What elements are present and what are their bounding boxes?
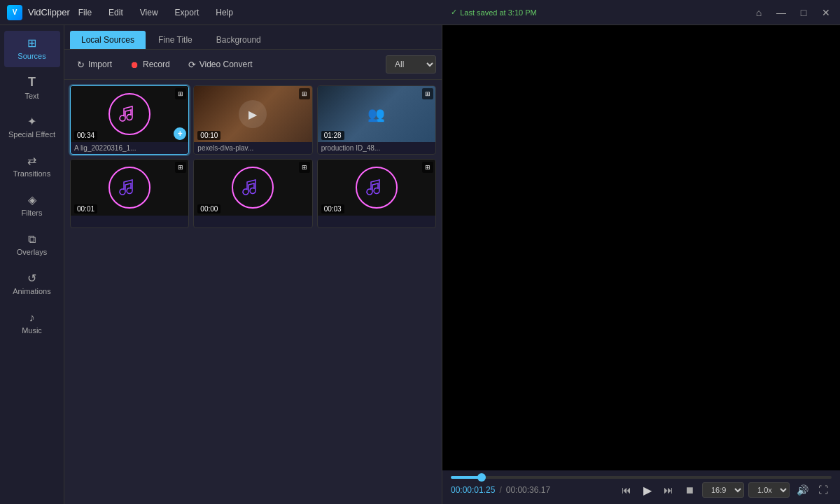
scrubber-handle[interactable] — [477, 473, 486, 482]
import-button[interactable]: ↻ Import — [70, 56, 119, 74]
preview-panel: 00:00:01.25 / 00:00:36.17 ⏮ ▶ ⏭ ⏹ 16:9 9… — [442, 25, 840, 504]
tab-fine-title[interactable]: Fine Title — [147, 31, 204, 49]
content-panel: Local Sources Fine Title Background ↻ Im… — [64, 25, 442, 504]
action-bar: ↻ Import ⏺ Record ⟳ Video Convert All Vi… — [64, 50, 442, 80]
convert-icon: ⟳ — [188, 59, 196, 70]
menu-file[interactable]: File — [76, 6, 94, 19]
media-type-icon-1: ⊞ — [175, 88, 186, 99]
tab-local-sources[interactable]: Local Sources — [70, 31, 146, 49]
scrubber-bar[interactable] — [451, 476, 832, 479]
media-item-4[interactable]: 00:01 ⊞ — [70, 159, 189, 228]
controls-row: 00:00:01.25 / 00:00:36.17 ⏮ ▶ ⏭ ⏹ 16:9 9… — [451, 482, 832, 498]
sidebar-item-text[interactable]: T Text — [4, 70, 60, 106]
media-item-1[interactable]: 00:34 ⊞ + A lig_20220316_1... — [70, 85, 189, 155]
time-separator: / — [499, 485, 501, 495]
sidebar-item-special-effect[interactable]: ✦ Special Effect — [4, 109, 60, 146]
media-type-icon-4: ⊞ — [175, 162, 186, 173]
speed-select[interactable]: 1.0x 0.5x 1.5x 2.0x — [748, 482, 790, 498]
media-grid: 00:34 ⊞ + A lig_20220316_1... ▶ 00:10 ⊞ … — [64, 80, 442, 504]
media-label-1: A lig_20220316_1... — [71, 142, 188, 154]
media-label-4 — [71, 216, 188, 227]
sidebar-label-overlays: Overlays — [17, 248, 47, 257]
aspect-ratio-select[interactable]: 16:9 9:16 1:1 4:3 — [702, 482, 744, 498]
time-current: 00:00:01.25 — [451, 485, 495, 495]
record-label: Record — [143, 59, 170, 69]
sidebar-item-animations[interactable]: ↺ Animations — [4, 266, 60, 302]
special-effect-icon: ✦ — [27, 115, 36, 128]
titlebar-left: V VidClipper File Edit View Export Help — [7, 5, 236, 20]
animations-icon: ↺ — [27, 272, 36, 285]
import-icon: ↻ — [77, 59, 85, 70]
media-item-5[interactable]: 00:00 ⊞ — [193, 159, 312, 228]
sidebar-item-transitions[interactable]: ⇄ Transitions — [4, 148, 60, 185]
menu-help[interactable]: Help — [213, 6, 236, 19]
media-item-6[interactable]: 00:03 ⊞ — [317, 159, 436, 228]
title-bar: V VidClipper File Edit View Export Help … — [0, 0, 840, 25]
stop-button[interactable]: ⏹ — [681, 482, 698, 498]
text-icon: T — [28, 75, 36, 90]
overlays-icon: ⧉ — [28, 233, 36, 246]
sidebar-label-transitions: Transitions — [13, 169, 50, 178]
media-filter-select[interactable]: All Video Audio Image — [386, 55, 436, 74]
source-tabs: Local Sources Fine Title Background — [64, 25, 442, 50]
music-icon: ♪ — [29, 312, 35, 324]
record-icon: ⏺ — [130, 59, 139, 70]
sidebar: ⊞ Sources T Text ✦ Special Effect ⇄ Tran… — [0, 25, 64, 504]
sources-icon: ⊞ — [27, 36, 36, 50]
tab-background[interactable]: Background — [205, 31, 272, 49]
fullscreen-button[interactable]: ⛶ — [815, 482, 832, 498]
app-logo: V — [7, 5, 22, 20]
media-duration-4: 00:01 — [74, 204, 97, 214]
sidebar-label-text: Text — [24, 92, 38, 101]
sidebar-label-animations: Animations — [13, 287, 50, 296]
menu-view[interactable]: View — [137, 6, 161, 19]
play-button[interactable]: ▶ — [639, 482, 656, 498]
media-label-6 — [318, 216, 435, 227]
time-total: 00:00:36.17 — [506, 485, 550, 495]
media-type-icon-2: ⊞ — [299, 88, 310, 99]
filters-icon: ◈ — [28, 193, 36, 206]
sidebar-label-filters: Filters — [22, 209, 43, 218]
media-label-2: pexels-diva-plav... — [194, 142, 312, 154]
menu-export[interactable]: Export — [172, 6, 202, 19]
app-name: VidClipper — [28, 7, 70, 18]
minimize-button[interactable]: — — [774, 7, 788, 18]
scrubber-row — [451, 473, 832, 482]
import-label: Import — [88, 59, 112, 69]
preview-area[interactable] — [442, 25, 840, 470]
media-duration-6: 00:03 — [321, 204, 344, 214]
save-status: ✓ Last saved at 3:10 PM — [451, 8, 536, 17]
media-duration-2: 00:10 — [197, 131, 220, 140]
media-duration-3: 01:28 — [321, 131, 344, 140]
media-type-icon-5: ⊞ — [299, 162, 310, 173]
sidebar-label-music: Music — [22, 326, 42, 335]
sidebar-item-overlays[interactable]: ⧉ Overlays — [4, 227, 60, 263]
menu-bar: File Edit View Export Help — [76, 6, 236, 19]
media-type-icon-3: ⊞ — [422, 88, 433, 99]
media-duration-5: 00:00 — [197, 204, 220, 214]
sidebar-item-music[interactable]: ♪ Music — [4, 305, 60, 342]
sidebar-label-sources: Sources — [18, 52, 46, 61]
media-item-2[interactable]: ▶ 00:10 ⊞ pexels-diva-plav... — [193, 85, 312, 155]
main-area: ⊞ Sources T Text ✦ Special Effect ⇄ Tran… — [0, 25, 840, 504]
record-button[interactable]: ⏺ Record — [123, 56, 177, 74]
close-button[interactable]: ✕ — [819, 7, 833, 18]
video-convert-button[interactable]: ⟳ Video Convert — [181, 56, 260, 74]
transitions-icon: ⇄ — [27, 154, 36, 167]
skip-back-button[interactable]: ⏮ — [618, 482, 635, 498]
home-button[interactable]: ⌂ — [752, 7, 766, 18]
sidebar-label-special-effect: Special Effect — [8, 130, 55, 139]
media-duration-1: 00:34 — [74, 131, 97, 140]
sidebar-item-filters[interactable]: ◈ Filters — [4, 188, 60, 224]
media-label-3: production ID_48... — [318, 142, 435, 154]
media-add-btn-1[interactable]: + — [174, 127, 186, 140]
skip-forward-button[interactable]: ⏭ — [660, 482, 677, 498]
media-item-3[interactable]: 👥 01:28 ⊞ production ID_48... — [317, 85, 436, 155]
menu-edit[interactable]: Edit — [106, 6, 126, 19]
titlebar-right: ⌂ — □ ✕ — [752, 7, 833, 18]
maximize-button[interactable]: □ — [797, 7, 811, 18]
sidebar-item-sources[interactable]: ⊞ Sources — [4, 31, 60, 67]
media-label-5 — [194, 216, 312, 227]
volume-button[interactable]: 🔊 — [794, 482, 811, 498]
preview-controls-wrapper: 00:00:01.25 / 00:00:36.17 ⏮ ▶ ⏭ ⏹ 16:9 9… — [442, 470, 840, 504]
